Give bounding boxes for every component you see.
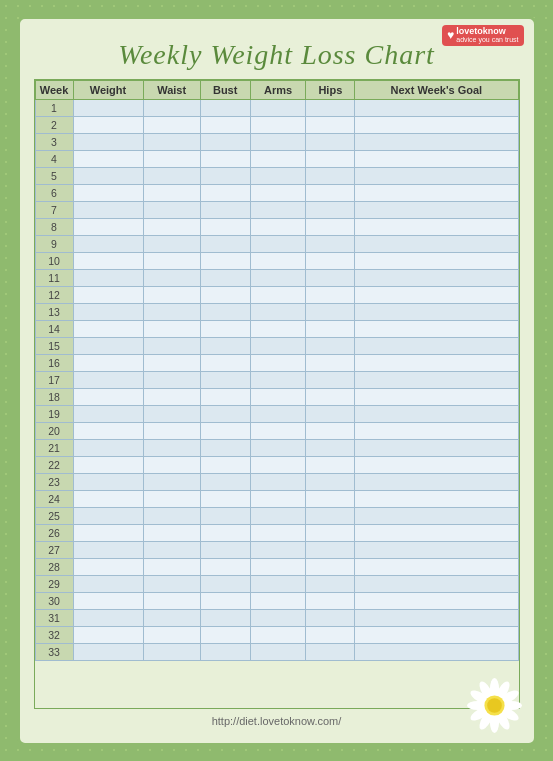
cell-bust[interactable] (200, 609, 250, 626)
cell-waist[interactable] (143, 524, 200, 541)
cell-arms[interactable] (250, 269, 306, 286)
cell-next-goal[interactable] (355, 524, 518, 541)
cell-next-goal[interactable] (355, 320, 518, 337)
cell-next-goal[interactable] (355, 507, 518, 524)
cell-next-goal[interactable] (355, 643, 518, 660)
cell-next-goal[interactable] (355, 167, 518, 184)
cell-waist[interactable] (143, 320, 200, 337)
cell-next-goal[interactable] (355, 422, 518, 439)
cell-bust[interactable] (200, 592, 250, 609)
cell-weight[interactable] (73, 473, 143, 490)
cell-next-goal[interactable] (355, 133, 518, 150)
cell-next-goal[interactable] (355, 405, 518, 422)
cell-next-goal[interactable] (355, 99, 518, 116)
cell-next-goal[interactable] (355, 388, 518, 405)
cell-hips[interactable] (306, 609, 355, 626)
cell-next-goal[interactable] (355, 575, 518, 592)
cell-next-goal[interactable] (355, 592, 518, 609)
cell-arms[interactable] (250, 541, 306, 558)
cell-waist[interactable] (143, 609, 200, 626)
cell-bust[interactable] (200, 201, 250, 218)
cell-hips[interactable] (306, 252, 355, 269)
cell-waist[interactable] (143, 643, 200, 660)
cell-waist[interactable] (143, 541, 200, 558)
cell-waist[interactable] (143, 116, 200, 133)
cell-hips[interactable] (306, 167, 355, 184)
cell-hips[interactable] (306, 524, 355, 541)
cell-waist[interactable] (143, 507, 200, 524)
cell-arms[interactable] (250, 456, 306, 473)
cell-bust[interactable] (200, 371, 250, 388)
cell-waist[interactable] (143, 371, 200, 388)
cell-weight[interactable] (73, 507, 143, 524)
cell-next-goal[interactable] (355, 286, 518, 303)
cell-bust[interactable] (200, 354, 250, 371)
cell-bust[interactable] (200, 388, 250, 405)
cell-hips[interactable] (306, 133, 355, 150)
cell-arms[interactable] (250, 184, 306, 201)
cell-waist[interactable] (143, 286, 200, 303)
cell-arms[interactable] (250, 320, 306, 337)
cell-bust[interactable] (200, 524, 250, 541)
cell-waist[interactable] (143, 490, 200, 507)
cell-arms[interactable] (250, 388, 306, 405)
cell-waist[interactable] (143, 422, 200, 439)
cell-waist[interactable] (143, 388, 200, 405)
cell-waist[interactable] (143, 405, 200, 422)
cell-weight[interactable] (73, 371, 143, 388)
cell-arms[interactable] (250, 218, 306, 235)
cell-waist[interactable] (143, 473, 200, 490)
cell-hips[interactable] (306, 592, 355, 609)
cell-waist[interactable] (143, 439, 200, 456)
cell-hips[interactable] (306, 99, 355, 116)
cell-weight[interactable] (73, 184, 143, 201)
cell-hips[interactable] (306, 558, 355, 575)
cell-bust[interactable] (200, 337, 250, 354)
cell-next-goal[interactable] (355, 184, 518, 201)
cell-hips[interactable] (306, 422, 355, 439)
cell-next-goal[interactable] (355, 626, 518, 643)
cell-arms[interactable] (250, 99, 306, 116)
cell-next-goal[interactable] (355, 116, 518, 133)
cell-hips[interactable] (306, 388, 355, 405)
cell-weight[interactable] (73, 541, 143, 558)
cell-bust[interactable] (200, 269, 250, 286)
cell-weight[interactable] (73, 490, 143, 507)
cell-arms[interactable] (250, 405, 306, 422)
cell-next-goal[interactable] (355, 201, 518, 218)
cell-arms[interactable] (250, 473, 306, 490)
cell-waist[interactable] (143, 269, 200, 286)
cell-waist[interactable] (143, 167, 200, 184)
cell-next-goal[interactable] (355, 609, 518, 626)
cell-next-goal[interactable] (355, 439, 518, 456)
cell-arms[interactable] (250, 490, 306, 507)
cell-waist[interactable] (143, 150, 200, 167)
cell-weight[interactable] (73, 456, 143, 473)
cell-weight[interactable] (73, 99, 143, 116)
cell-hips[interactable] (306, 405, 355, 422)
cell-weight[interactable] (73, 388, 143, 405)
cell-weight[interactable] (73, 320, 143, 337)
cell-bust[interactable] (200, 575, 250, 592)
cell-bust[interactable] (200, 558, 250, 575)
cell-weight[interactable] (73, 167, 143, 184)
cell-weight[interactable] (73, 592, 143, 609)
cell-arms[interactable] (250, 609, 306, 626)
cell-next-goal[interactable] (355, 371, 518, 388)
cell-hips[interactable] (306, 490, 355, 507)
cell-weight[interactable] (73, 609, 143, 626)
cell-bust[interactable] (200, 490, 250, 507)
cell-weight[interactable] (73, 269, 143, 286)
cell-arms[interactable] (250, 201, 306, 218)
cell-arms[interactable] (250, 337, 306, 354)
cell-bust[interactable] (200, 167, 250, 184)
cell-waist[interactable] (143, 456, 200, 473)
cell-waist[interactable] (143, 575, 200, 592)
cell-bust[interactable] (200, 99, 250, 116)
cell-bust[interactable] (200, 626, 250, 643)
cell-waist[interactable] (143, 252, 200, 269)
cell-next-goal[interactable] (355, 235, 518, 252)
cell-hips[interactable] (306, 286, 355, 303)
cell-weight[interactable] (73, 405, 143, 422)
cell-weight[interactable] (73, 337, 143, 354)
